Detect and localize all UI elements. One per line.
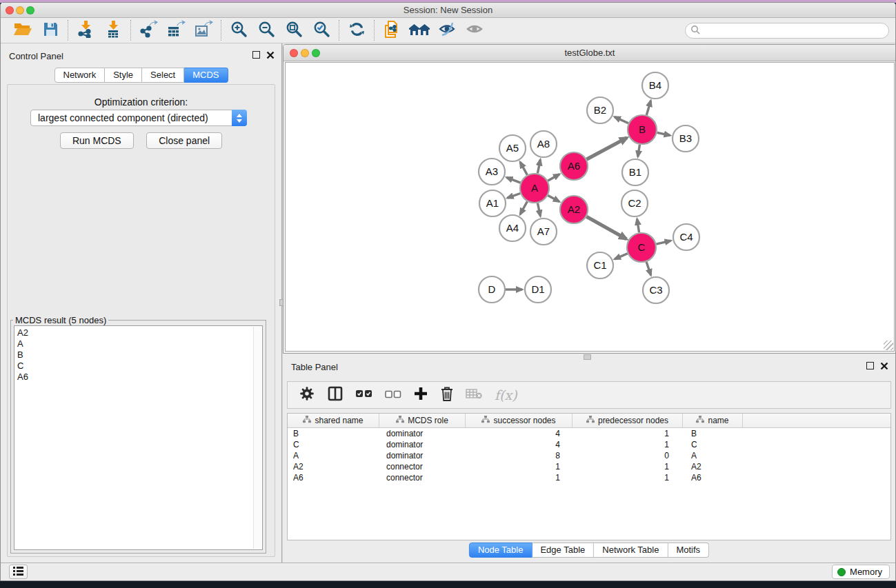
edge-B-B2[interactable] — [615, 117, 628, 123]
tab-edge-table[interactable]: Edge Table — [532, 543, 594, 558]
cell[interactable]: A2 — [683, 461, 743, 472]
edge-A-A7[interactable] — [537, 203, 540, 216]
import-network-button[interactable] — [72, 19, 99, 41]
edge-A-A5[interactable] — [520, 162, 527, 175]
column-header-successor-nodes[interactable]: successor nodes — [466, 414, 573, 427]
edge-C-C4[interactable] — [656, 241, 670, 244]
splitter-handle-horizontal[interactable] — [584, 354, 591, 360]
cell[interactable]: B — [683, 428, 743, 439]
table-row[interactable]: Cdominator41C — [288, 439, 890, 450]
edge-A6-B[interactable] — [587, 138, 628, 159]
zoom-window-button[interactable] — [26, 6, 34, 14]
table-row[interactable]: Bdominator41B — [288, 428, 890, 439]
cell[interactable]: dominator — [379, 428, 466, 439]
float-panel-icon[interactable] — [252, 51, 260, 59]
edge-B-B4[interactable] — [646, 101, 650, 115]
cell[interactable]: dominator — [379, 439, 466, 450]
show-columns-button[interactable] — [327, 385, 344, 405]
cell[interactable]: 1 — [466, 461, 573, 472]
show-all-button[interactable] — [461, 19, 488, 41]
cell[interactable]: 1 — [573, 472, 683, 483]
select-all-button[interactable] — [355, 385, 373, 405]
search-field[interactable] — [685, 23, 889, 39]
cell[interactable]: A — [683, 450, 743, 461]
cell[interactable]: B — [288, 428, 379, 439]
cell[interactable]: 1 — [573, 461, 683, 472]
cell[interactable]: A6 — [683, 472, 743, 483]
clone-network-button[interactable] — [378, 19, 406, 41]
cell[interactable]: C — [683, 439, 743, 450]
column-header-name[interactable]: name — [683, 414, 743, 427]
deselect-all-button[interactable] — [385, 385, 401, 405]
mcds-result-list[interactable]: A2ABCA6 — [14, 325, 263, 550]
edge-C-C2[interactable] — [637, 219, 639, 233]
delete-column-button[interactable] — [440, 385, 454, 405]
tab-network[interactable]: Network — [54, 68, 105, 83]
tab-mcds[interactable]: MCDS — [184, 68, 228, 83]
tab-node-table[interactable]: Node Table — [469, 543, 532, 558]
cell[interactable]: 1 — [573, 439, 683, 450]
network-canvas[interactable]: AA1A2A3A4A5A6A7A8BB1B2B3B4CC1C2C3C4DD1 — [285, 62, 895, 352]
table-row[interactable]: A2connector11A2 — [288, 461, 890, 472]
zoom-in-button[interactable] — [225, 19, 252, 41]
edge-A-A4[interactable] — [520, 201, 527, 214]
cell[interactable]: dominator — [379, 450, 466, 461]
export-table-button[interactable] — [162, 19, 190, 41]
open-file-button[interactable] — [9, 19, 37, 41]
tab-style[interactable]: Style — [105, 68, 142, 83]
mcds-result-item[interactable]: C — [17, 361, 262, 372]
import-table-button[interactable] — [99, 19, 127, 41]
resize-grip-icon[interactable] — [884, 341, 893, 350]
task-history-button[interactable] — [9, 565, 28, 579]
search-input[interactable] — [703, 26, 879, 36]
cell[interactable]: 0 — [573, 450, 683, 461]
cell[interactable]: 8 — [466, 450, 573, 461]
edge-A2-C[interactable] — [586, 216, 626, 239]
tab-motifs[interactable]: Motifs — [668, 543, 709, 558]
node-table[interactable]: shared nameMCDS rolesuccessor nodesprede… — [287, 413, 891, 540]
refresh-layout-button[interactable] — [343, 19, 370, 41]
column-header-shared-name[interactable]: shared name — [288, 414, 379, 427]
delete-table-button[interactable] — [466, 385, 483, 405]
network-minimize-button[interactable] — [301, 49, 309, 57]
cell[interactable]: C — [288, 439, 379, 450]
edge-A-A2[interactable] — [548, 196, 559, 202]
first-neighbors-button[interactable] — [406, 19, 433, 41]
edge-A-A6[interactable] — [548, 174, 559, 181]
mcds-result-item[interactable]: A — [17, 338, 262, 349]
close-panel-icon[interactable] — [266, 51, 275, 59]
export-network-button[interactable] — [135, 19, 162, 41]
mcds-result-item[interactable]: A2 — [17, 327, 262, 338]
close-window-button[interactable] — [6, 6, 14, 14]
close-table-panel-icon[interactable] — [880, 362, 888, 370]
save-session-button[interactable] — [37, 19, 64, 41]
cell[interactable]: connector — [379, 461, 466, 472]
float-table-panel-icon[interactable] — [866, 362, 874, 369]
edge-A-A3[interactable] — [506, 177, 520, 183]
result-list-scrollbar[interactable] — [253, 327, 261, 549]
cell[interactable]: A — [288, 450, 379, 461]
edge-C-C1[interactable] — [615, 254, 628, 259]
export-image-button[interactable] — [190, 19, 217, 41]
edge-C-C3[interactable] — [646, 262, 651, 275]
edge-B-B3[interactable] — [657, 132, 670, 135]
add-column-button[interactable] — [413, 385, 428, 405]
edge-B-B1[interactable] — [638, 145, 640, 157]
zoom-selected-button[interactable] — [308, 19, 335, 41]
column-header-predecessor-nodes[interactable]: predecessor nodes — [573, 414, 683, 427]
column-header-MCDS-role[interactable]: MCDS role — [379, 414, 466, 427]
zoom-out-button[interactable] — [252, 19, 280, 41]
cell[interactable]: A6 — [288, 472, 379, 483]
function-builder-button[interactable]: f(x) — [495, 385, 517, 405]
cell[interactable]: A2 — [288, 461, 379, 472]
table-row[interactable]: Adominator80A — [288, 450, 890, 461]
network-zoom-button[interactable] — [312, 49, 320, 57]
mcds-result-item[interactable]: A6 — [17, 372, 262, 383]
tab-select[interactable]: Select — [142, 68, 184, 83]
cell[interactable]: connector — [379, 472, 466, 483]
zoom-fit-button[interactable] — [280, 19, 308, 41]
edge-A-A1[interactable] — [508, 194, 521, 199]
run-mcds-button[interactable]: Run MCDS — [60, 132, 134, 149]
hide-selected-button[interactable] — [433, 19, 461, 41]
cell[interactable]: 1 — [466, 472, 573, 483]
